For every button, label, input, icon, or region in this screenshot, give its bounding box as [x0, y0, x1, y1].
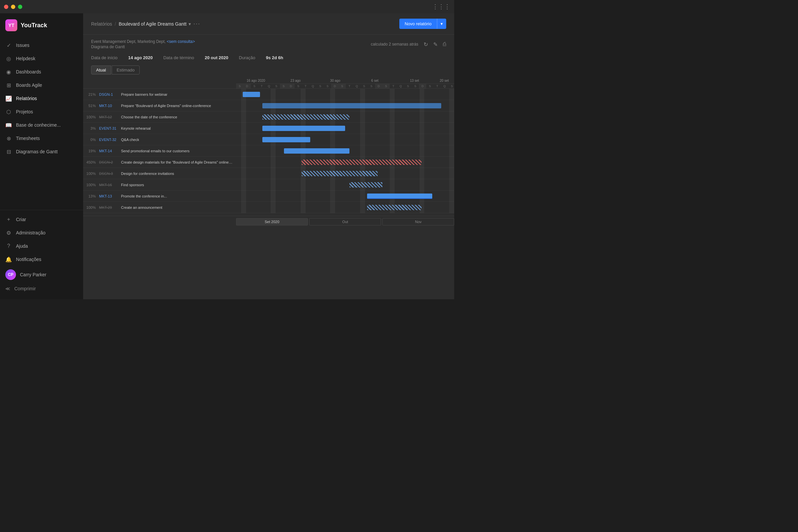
edit-icon[interactable]: ✎: [433, 41, 438, 48]
report-meta-left: Event Management Dept, Marketing Dept, <…: [91, 39, 195, 49]
timeline-footer-item[interactable]: Out: [309, 218, 381, 225]
no-query-link[interactable]: <sem consulta>: [167, 39, 195, 44]
gantt-bar[interactable]: [262, 137, 310, 142]
notificacoes-icon: 🔔: [5, 256, 12, 263]
start-date-label: Data de início: [91, 55, 118, 60]
user-profile[interactable]: CP Carry Parker: [0, 266, 83, 283]
toggle-atual[interactable]: Atual: [91, 65, 111, 75]
breadcrumb-separator: /: [115, 21, 116, 26]
sidebar-item-boards-agile[interactable]: ⊞ Boards Agile: [0, 78, 83, 92]
sidebar-item-dashboards[interactable]: ◉ Dashboards: [0, 65, 83, 78]
gantt-bar[interactable]: [243, 92, 260, 97]
task-id[interactable]: MKT-16: [97, 183, 120, 187]
sidebar-logo[interactable]: YT YouTrack: [0, 13, 83, 37]
header-actions: Novo relatório ▾: [399, 19, 446, 29]
user-name: Carry Parker: [20, 272, 46, 277]
title-bar-menu[interactable]: ⋮⋮⋮: [432, 3, 450, 10]
report-title: Boulevard of Agile Dreams Gantt: [119, 21, 187, 26]
chevron-down-icon[interactable]: ▾: [189, 21, 191, 26]
minimize-button[interactable]: [11, 5, 15, 9]
base-conhecimento-icon: 📖: [5, 122, 12, 128]
sidebar-item-projetos[interactable]: ⬡ Projetos: [0, 105, 83, 118]
gantt-bar[interactable]: [367, 193, 433, 199]
task-row: 100%MKT-29Create an announcement: [83, 202, 454, 213]
report-type: Diagrama de Gantt: [91, 44, 195, 49]
task-id[interactable]: MKT-10: [97, 104, 120, 108]
sidebar-item-timesheets[interactable]: ⊗ Timesheets: [0, 132, 83, 145]
timeline-footer-item[interactable]: Set 2020: [236, 218, 308, 225]
gantt-bar[interactable]: [262, 114, 349, 120]
avatar: CP: [5, 269, 16, 280]
boards-agile-icon: ⊞: [5, 82, 12, 89]
task-id[interactable]: MKT-13: [97, 194, 120, 198]
task-bar-section: [236, 123, 454, 134]
breadcrumb: Relatórios / Boulevard of Agile Dreams G…: [91, 20, 201, 27]
gantt-bar[interactable]: [367, 205, 422, 210]
gantt-bar[interactable]: [349, 182, 382, 188]
sidebar: YT YouTrack ✓ Issues ◎ Helpdesk ◉ Dashbo…: [0, 13, 83, 299]
task-label-section: 450%DSGN-2Create design materials for th…: [83, 160, 236, 164]
task-id[interactable]: DSGN-2: [97, 160, 120, 164]
task-percentage: 19%: [83, 149, 96, 153]
logo-text: YouTrack: [21, 22, 47, 29]
task-label-section: 100%MKT-12Choose the date of the confere…: [83, 115, 236, 119]
compress-button[interactable]: ≪ Comprimir: [0, 283, 83, 294]
task-row: 13%MKT-13Promote the conference in...: [83, 191, 454, 202]
task-id[interactable]: MKT-14: [97, 149, 120, 153]
gantt-bar[interactable]: [284, 148, 349, 154]
task-label-section: 3%EVENT-31Keynote rehearsal: [83, 126, 236, 130]
app-container: YT YouTrack ✓ Issues ◎ Helpdesk ◉ Dashbo…: [0, 13, 454, 299]
task-id[interactable]: MKT-12: [97, 115, 120, 119]
start-date-value: 14 ago 2020: [128, 55, 153, 60]
gantt-bar[interactable]: [262, 103, 441, 108]
task-bar-section: [236, 191, 454, 202]
breadcrumb-base[interactable]: Relatórios: [91, 21, 112, 26]
sidebar-item-base-conhecimento[interactable]: 📖 Base de conhecime...: [0, 118, 83, 132]
task-name: Promote the conference in...: [121, 194, 167, 198]
task-bar-section: [236, 111, 454, 123]
refresh-icon[interactable]: ↻: [424, 41, 428, 48]
task-id[interactable]: EVENT-32: [97, 138, 120, 141]
more-options-icon[interactable]: ···: [193, 20, 201, 27]
task-row: 0%EVENT-32Q&A check: [83, 134, 454, 145]
task-name: Create an announcement: [121, 206, 162, 209]
sidebar-item-notificacoes[interactable]: 🔔 Notificações: [0, 253, 83, 266]
new-report-dropdown-button[interactable]: ▾: [437, 19, 446, 29]
new-report-button[interactable]: Novo relatório: [399, 19, 437, 29]
task-bar-section: [236, 89, 454, 100]
report-dates: Data de início 14 ago 2020 Data de térmi…: [83, 52, 454, 63]
task-name: Prepare "Boulevard of Agile Dreams" onli…: [121, 104, 211, 108]
sidebar-item-criar[interactable]: + Criar: [0, 213, 83, 226]
ajuda-icon: ?: [5, 243, 12, 249]
timeline-footer-item[interactable]: Nov: [382, 218, 454, 225]
sidebar-item-relatorios[interactable]: 📈 Relatórios: [0, 92, 83, 105]
task-row: 19%MKT-14Send promotional emails to our …: [83, 145, 454, 157]
gantt-bar[interactable]: [302, 171, 378, 176]
task-percentage: 100%: [83, 172, 96, 175]
task-bar-section: [236, 168, 454, 179]
gantt-bar[interactable]: [262, 126, 345, 131]
task-name: Prepare banners for webinar: [121, 92, 167, 96]
sidebar-item-issues[interactable]: ✓ Issues: [0, 39, 83, 52]
task-id[interactable]: MKT-29: [97, 206, 120, 209]
print-icon[interactable]: ⎙: [443, 41, 446, 47]
sidebar-item-ajuda[interactable]: ? Ajuda: [0, 240, 83, 253]
sidebar-item-administracao[interactable]: ⚙ Administração: [0, 226, 83, 240]
task-row: 100%DSGN-3Design for conference invitati…: [83, 168, 454, 179]
toggle-estimado[interactable]: Estimado: [112, 65, 140, 75]
report-tags: Event Management Dept, Marketing Dept, <…: [91, 39, 195, 44]
task-name: Create design materials for the "Bouleva…: [121, 160, 233, 164]
duration-value: 9s 2d 6h: [266, 55, 283, 60]
task-id[interactable]: DSGN-3: [97, 172, 120, 175]
sidebar-item-diagramas-gantt[interactable]: ⊟ Diagramas de Gantt: [0, 145, 83, 158]
close-button[interactable]: [4, 5, 8, 9]
administracao-icon: ⚙: [5, 229, 12, 236]
sidebar-item-helpdesk[interactable]: ◎ Helpdesk: [0, 52, 83, 65]
task-id[interactable]: EVENT-31: [97, 126, 120, 130]
task-id[interactable]: DSGN-1: [97, 92, 120, 96]
gantt-bar[interactable]: [302, 159, 422, 165]
logo-icon: YT: [5, 19, 17, 31]
maximize-button[interactable]: [18, 5, 22, 9]
task-percentage: 100%: [83, 183, 96, 187]
task-bar-section: [236, 100, 454, 111]
